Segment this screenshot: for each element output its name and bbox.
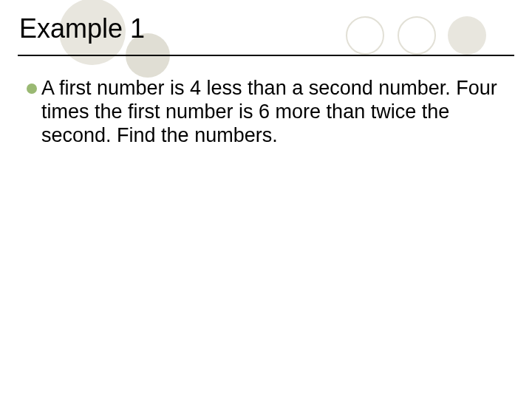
list-item: A first number is 4 less than a second n… [27, 77, 502, 148]
bullet-text: A first number is 4 less than a second n… [41, 77, 502, 148]
content-area: A first number is 4 less than a second n… [0, 56, 532, 148]
page-title: Example 1 [0, 0, 532, 44]
bullet-icon [27, 83, 37, 94]
